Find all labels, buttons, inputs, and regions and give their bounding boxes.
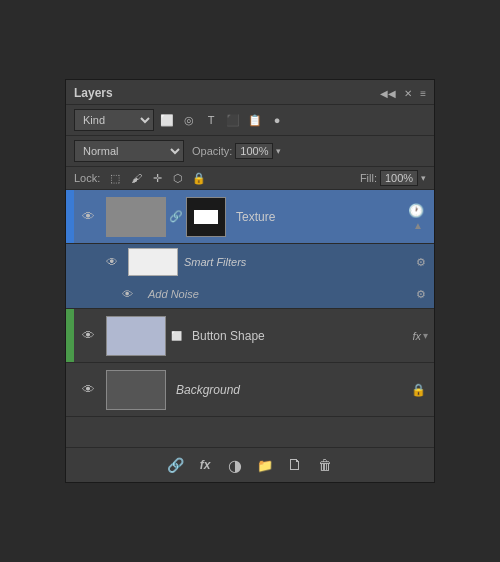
close-button[interactable]: ✕ xyxy=(404,88,412,99)
background-visibility-toggle[interactable]: 👁 xyxy=(74,382,102,397)
layers-area: 👁 🔗 Texture 🕐 ▲ xyxy=(66,190,434,447)
add-noise-visibility[interactable]: 👁 xyxy=(122,288,142,300)
layers-panel: Layers ◀◀ ✕ ≡ Kind ⬜ ◎ T ⬛ 📋 ● Normal Op… xyxy=(65,79,435,483)
link-layers-button[interactable]: 🔗 xyxy=(164,454,186,476)
layer-row-texture[interactable]: 👁 🔗 Texture 🕐 ▲ xyxy=(66,190,434,244)
circle-filter-icon[interactable]: ● xyxy=(268,111,286,129)
new-layer-button[interactable]: 🗋 xyxy=(284,454,306,476)
lock-fill-row: Lock: ⬚ 🖌 ✛ ⬡ 🔒 Fill: 100% ▾ xyxy=(66,167,434,190)
background-layer-name: Background xyxy=(170,383,411,397)
background-thumbnail xyxy=(106,370,166,410)
texture-clock-icon: 🕐 xyxy=(408,203,424,218)
lock-label: Lock: xyxy=(74,172,100,184)
adjustment-layer-button[interactable]: ◑ xyxy=(224,454,246,476)
panel-menu-button[interactable]: ≡ xyxy=(420,88,426,99)
fill-arrow[interactable]: ▾ xyxy=(421,173,426,183)
smart-filters-thumbnail xyxy=(128,248,178,276)
lock-position-icon[interactable]: ✛ xyxy=(149,170,165,186)
fill-value[interactable]: 100% xyxy=(380,170,418,186)
texture-thumb-group: 🔗 xyxy=(102,193,230,241)
smart-filters-section: 👁 Smart Filters ⚙ 👁 Add Noise ⚙ xyxy=(66,244,434,309)
lock-brush-icon[interactable]: 🖌 xyxy=(128,170,144,186)
delete-layer-button[interactable]: 🗑 xyxy=(314,454,336,476)
blend-mode-select[interactable]: Normal xyxy=(74,140,184,162)
lock-transparent-icon[interactable]: ⬚ xyxy=(107,170,123,186)
blend-opacity-row: Normal Opacity: 100% ▾ xyxy=(66,136,434,167)
background-lock-icon: 🔒 xyxy=(411,383,426,397)
opacity-value[interactable]: 100% xyxy=(235,143,273,159)
smart-filters-adjust-icon: ⚙ xyxy=(416,256,426,269)
layer-row-button-shape[interactable]: 👁 ⬜ Button Shape fx ▾ xyxy=(66,309,434,363)
texture-visibility-toggle[interactable]: 👁 xyxy=(74,209,102,224)
panel-title: Layers xyxy=(74,86,113,100)
opacity-group: Opacity: 100% ▾ xyxy=(192,143,281,159)
smart-filter-icon[interactable]: 📋 xyxy=(246,111,264,129)
button-shape-thumb-group: ⬜ xyxy=(102,312,186,360)
bottom-toolbar: 🔗 fx ◑ 📁 🗋 🗑 xyxy=(66,447,434,482)
texture-layer-group: 👁 🔗 Texture 🕐 ▲ xyxy=(66,190,434,309)
smart-filters-visibility[interactable]: 👁 xyxy=(102,255,122,269)
lock-artboard-icon[interactable]: ⬡ xyxy=(170,170,186,186)
texture-mask-thumbnail xyxy=(186,197,226,237)
kind-select[interactable]: Kind xyxy=(74,109,154,131)
smart-filters-row[interactable]: 👁 Smart Filters ⚙ xyxy=(66,244,434,280)
add-noise-settings-icon: ⚙ xyxy=(416,288,426,301)
panel-header: Layers ◀◀ ✕ ≡ xyxy=(66,80,434,105)
group-layers-button[interactable]: 📁 xyxy=(254,454,276,476)
texture-layer-thumbnail xyxy=(106,197,166,237)
smart-filters-label: Smart Filters xyxy=(184,256,410,268)
texture-layer-name: Texture xyxy=(230,210,408,224)
button-shape-layer-name: Button Shape xyxy=(186,329,412,343)
kind-toolbar-row: Kind ⬜ ◎ T ⬛ 📋 ● xyxy=(66,105,434,136)
type-filter-icon[interactable]: T xyxy=(202,111,220,129)
layers-spacer xyxy=(66,417,434,447)
texture-expand-icon[interactable]: ▲ xyxy=(413,220,423,231)
add-noise-label: Add Noise xyxy=(148,288,410,300)
opacity-label: Opacity: xyxy=(192,145,232,157)
fill-group: Fill: 100% ▾ xyxy=(360,170,426,186)
button-link-icon: ⬜ xyxy=(170,331,182,341)
layer-row-background[interactable]: 👁 Background 🔒 xyxy=(66,363,434,417)
pixel-filter-icon[interactable]: ⬜ xyxy=(158,111,176,129)
button-shape-thumbnail xyxy=(106,316,166,356)
shape-filter-icon[interactable]: ⬛ xyxy=(224,111,242,129)
lock-all-icon[interactable]: 🔒 xyxy=(191,170,207,186)
fx-button[interactable]: fx xyxy=(194,454,216,476)
link-icon: 🔗 xyxy=(170,210,182,223)
button-shape-fx-icon[interactable]: fx xyxy=(412,330,421,342)
add-noise-row[interactable]: 👁 Add Noise ⚙ xyxy=(66,280,434,308)
adjustment-filter-icon[interactable]: ◎ xyxy=(180,111,198,129)
panel-header-icons: ◀◀ ✕ ≡ xyxy=(380,88,426,99)
background-thumb-group xyxy=(102,366,170,414)
collapse-button[interactable]: ◀◀ xyxy=(380,88,396,99)
button-shape-visibility-toggle[interactable]: 👁 xyxy=(74,328,102,343)
button-shape-expand-icon[interactable]: ▾ xyxy=(423,330,428,341)
fill-label: Fill: xyxy=(360,172,377,184)
opacity-arrow[interactable]: ▾ xyxy=(276,146,281,156)
